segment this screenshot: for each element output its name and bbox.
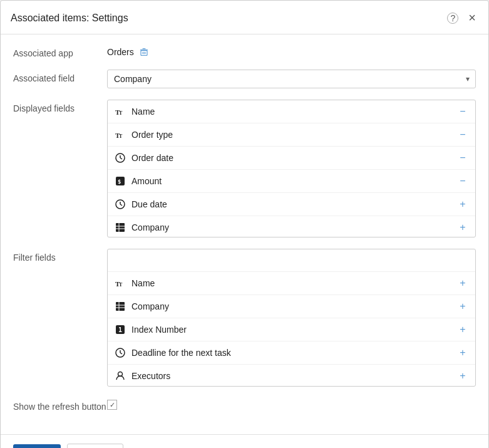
table-row: Executors + bbox=[108, 365, 475, 387]
person-icon bbox=[114, 370, 126, 382]
table-row: $ Amount − bbox=[108, 170, 475, 193]
svg-text:T: T bbox=[119, 282, 123, 288]
displayed-fields-row: Displayed fields TT Name − TT bbox=[13, 100, 476, 237]
remove-field-button[interactable]: − bbox=[456, 105, 469, 118]
add-filter-button[interactable]: + bbox=[456, 277, 469, 289]
dialog-footer: Save Cancel bbox=[1, 434, 488, 448]
table-row: TT Name + bbox=[108, 272, 475, 295]
field-name: Amount bbox=[131, 176, 451, 186]
field-name: Name bbox=[131, 107, 451, 117]
associated-field-select[interactable]: Company Name Order type Order date bbox=[107, 70, 476, 88]
add-filter-button[interactable]: + bbox=[456, 370, 469, 382]
clock-icon bbox=[114, 346, 126, 359]
refresh-button-label: Show the refresh button bbox=[13, 398, 107, 412]
remove-field-button[interactable]: − bbox=[456, 128, 469, 141]
field-name: Order date bbox=[131, 153, 451, 163]
remove-field-button[interactable]: − bbox=[456, 175, 469, 187]
text-icon: TT bbox=[114, 128, 126, 141]
delete-app-button[interactable] bbox=[139, 47, 149, 57]
associated-field-label: Associated field bbox=[13, 70, 107, 83]
svg-text:T: T bbox=[119, 133, 123, 139]
svg-line-17 bbox=[120, 204, 122, 206]
add-filter-button[interactable]: + bbox=[456, 346, 469, 359]
field-name: Order type bbox=[131, 130, 451, 140]
displayed-fields-content: TT Name − TT Order type − bbox=[107, 100, 476, 237]
displayed-fields-label: Displayed fields bbox=[13, 100, 107, 113]
dialog-body: Associated app Orders bbox=[1, 34, 488, 434]
filter-empty-top bbox=[108, 249, 475, 272]
field-name: Due date bbox=[131, 199, 451, 209]
refresh-checkbox[interactable]: ✓ bbox=[107, 400, 117, 410]
table-row: Company + bbox=[108, 295, 475, 318]
amount-icon: $ bbox=[114, 175, 126, 187]
field-name: Company bbox=[131, 222, 451, 232]
svg-line-12 bbox=[120, 158, 122, 159]
associated-field-row: Associated field Company Name Order type… bbox=[13, 70, 476, 88]
filter-fields-content: TT Name + Company + bbox=[107, 249, 476, 387]
clock-icon bbox=[114, 198, 126, 211]
remove-field-button[interactable]: − bbox=[456, 152, 469, 164]
table-row: Deadline for the next task + bbox=[108, 341, 475, 365]
refresh-button-row: Show the refresh button ✓ bbox=[13, 398, 476, 412]
add-field-button[interactable]: + bbox=[456, 221, 469, 234]
filter-fields-label: Filter fields bbox=[13, 249, 107, 263]
associated-app-row: Associated app Orders bbox=[13, 44, 476, 58]
app-value: Orders bbox=[107, 44, 476, 57]
settings-dialog: Associated items: Settings ? × Associate… bbox=[0, 0, 489, 448]
table-row: TT Order type − bbox=[108, 123, 475, 147]
clock-icon bbox=[114, 152, 126, 164]
field-name: Name bbox=[131, 278, 451, 288]
dialog-header: Associated items: Settings ? × bbox=[1, 1, 488, 34]
number-icon: 1 bbox=[114, 323, 126, 336]
svg-text:T: T bbox=[119, 110, 123, 116]
field-name: Deadline for the next task bbox=[131, 348, 451, 358]
svg-text:$: $ bbox=[118, 179, 121, 185]
close-icon: × bbox=[468, 11, 476, 25]
filter-fields-box[interactable]: TT Name + Company + bbox=[107, 249, 476, 387]
header-actions: ? × bbox=[445, 9, 478, 26]
field-name: Executors bbox=[131, 371, 451, 381]
add-field-button[interactable]: + bbox=[456, 198, 469, 211]
field-name: Index Number bbox=[131, 325, 451, 335]
table-icon bbox=[114, 300, 126, 313]
svg-text:1: 1 bbox=[118, 326, 122, 333]
app-name: Orders bbox=[107, 47, 134, 57]
table-row: Company + bbox=[108, 216, 475, 237]
associated-app-label: Associated app bbox=[13, 44, 107, 58]
svg-rect-24 bbox=[116, 302, 125, 311]
table-icon bbox=[114, 221, 126, 234]
field-name: Company bbox=[131, 301, 451, 311]
close-button[interactable]: × bbox=[466, 9, 478, 26]
cancel-button[interactable]: Cancel bbox=[67, 444, 123, 448]
associated-app-content: Orders bbox=[107, 44, 476, 57]
associated-field-select-wrapper: Company Name Order type Order date ▾ bbox=[107, 70, 476, 88]
table-row: TT Name − bbox=[108, 100, 475, 123]
displayed-fields-box[interactable]: TT Name − TT Order type − bbox=[107, 100, 476, 237]
save-button[interactable]: Save bbox=[13, 444, 61, 448]
table-row: Order date − bbox=[108, 147, 475, 170]
table-row: 1 Index Number + bbox=[108, 318, 475, 341]
associated-field-content: Company Name Order type Order date ▾ bbox=[107, 70, 476, 88]
check-icon: ✓ bbox=[110, 401, 115, 409]
refresh-checkbox-wrap: ✓ bbox=[107, 400, 117, 410]
table-row: Due date + bbox=[108, 193, 475, 216]
help-button[interactable]: ? bbox=[445, 11, 461, 25]
dialog-title: Associated items: Settings bbox=[11, 13, 128, 24]
add-filter-button[interactable]: + bbox=[456, 300, 469, 313]
text-icon: TT bbox=[114, 277, 126, 289]
add-filter-button[interactable]: + bbox=[456, 323, 469, 336]
svg-rect-1 bbox=[142, 48, 145, 49]
text-icon: TT bbox=[114, 105, 126, 118]
svg-line-32 bbox=[120, 353, 122, 354]
filter-fields-row: Filter fields TT Name + bbox=[13, 249, 476, 387]
help-icon: ? bbox=[447, 13, 458, 24]
svg-rect-18 bbox=[116, 223, 125, 232]
